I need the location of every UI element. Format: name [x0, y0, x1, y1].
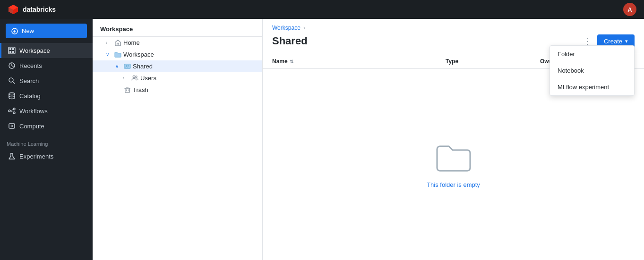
- tree-item-users[interactable]: › Users: [93, 72, 262, 84]
- recents-icon: [8, 62, 16, 69]
- databricks-logo-icon: [8, 4, 19, 15]
- dropdown-item-folder[interactable]: Folder: [550, 46, 634, 62]
- column-type: Type: [446, 58, 540, 65]
- tree-item-shared[interactable]: ∨ Shared: [93, 60, 262, 72]
- page-title: Shared: [272, 35, 308, 47]
- tree-trash-label: Trash: [133, 86, 148, 93]
- sidebar-workflows-label: Workflows: [19, 108, 48, 115]
- brand-logo: databricks: [8, 4, 56, 15]
- dropdown-menu: Folder Notebook MLflow experiment: [550, 45, 635, 96]
- filetree-panel: Workspace › Home ∨ Workspace ∨: [93, 19, 263, 260]
- tree-shared-label: Shared: [133, 63, 153, 70]
- create-label: Create: [604, 38, 622, 45]
- column-name: Name ⇅: [272, 58, 446, 65]
- svg-line-14: [13, 82, 15, 84]
- svg-point-27: [135, 76, 137, 78]
- chevron-right-icon: ›: [106, 40, 112, 45]
- home-icon: [114, 39, 121, 46]
- sidebar-workspace-label: Workspace: [19, 47, 50, 54]
- sidebar-recents-label: Recents: [19, 62, 42, 69]
- filetree-header: Workspace: [93, 19, 262, 37]
- dropdown-item-mlflow[interactable]: MLflow experiment: [550, 79, 634, 95]
- chevron-right-icon-users: ›: [123, 75, 129, 81]
- svg-rect-8: [9, 48, 11, 50]
- sidebar-item-workflows[interactable]: Workflows: [0, 103, 93, 118]
- svg-point-16: [9, 110, 10, 112]
- dropdown-item-notebook[interactable]: Notebook: [550, 62, 634, 79]
- catalog-icon: [8, 92, 16, 100]
- tree-users-label: Users: [140, 75, 156, 82]
- users-icon: [131, 75, 138, 82]
- sidebar: New Workspace Recents Sear: [0, 19, 93, 260]
- topbar: databricks A: [0, 0, 644, 19]
- shared-icon: [124, 63, 131, 70]
- new-button[interactable]: New: [6, 24, 87, 38]
- workspace-icon: [8, 47, 16, 54]
- experiments-icon: [8, 152, 16, 160]
- workflows-icon: [8, 107, 16, 115]
- compute-icon: [8, 122, 16, 130]
- svg-point-25: [128, 65, 129, 67]
- create-chevron-icon: ▾: [625, 38, 628, 44]
- search-nav-icon: [8, 77, 16, 84]
- trash-icon: [124, 86, 131, 93]
- ml-section-label: Machine Learning: [0, 134, 93, 149]
- tree-item-trash[interactable]: Trash: [93, 84, 262, 96]
- sidebar-search-label: Search: [19, 77, 39, 84]
- breadcrumb-workspace[interactable]: Workspace: [272, 25, 301, 31]
- chevron-down-icon-shared: ∨: [115, 64, 122, 69]
- empty-folder-icon: [435, 141, 472, 174]
- svg-point-18: [13, 112, 15, 114]
- folder-workspace-icon: [114, 51, 121, 58]
- tree-workspace-label: Workspace: [123, 51, 154, 58]
- main-content: Workspace › Shared ⋮ Create ▾ Name ⇅: [263, 19, 644, 260]
- sidebar-item-experiments[interactable]: Experiments: [0, 149, 93, 164]
- svg-point-15: [9, 93, 15, 95]
- sidebar-experiments-label: Experiments: [19, 153, 53, 160]
- sidebar-item-workspace[interactable]: Workspace: [0, 43, 93, 58]
- sidebar-compute-label: Compute: [19, 123, 44, 130]
- empty-state: This folder is empty: [263, 69, 644, 260]
- svg-rect-10: [9, 51, 11, 53]
- svg-rect-7: [9, 47, 15, 54]
- tree-item-workspace[interactable]: ∨ Workspace: [93, 49, 262, 60]
- svg-line-20: [10, 111, 13, 112]
- svg-point-21: [11, 125, 13, 127]
- svg-point-17: [13, 108, 15, 110]
- svg-point-24: [126, 65, 127, 67]
- sidebar-item-recents[interactable]: Recents: [0, 58, 93, 73]
- svg-point-26: [133, 75, 135, 78]
- svg-line-19: [10, 109, 13, 111]
- plus-icon: [11, 28, 18, 34]
- tree-item-home[interactable]: › Home: [93, 37, 262, 49]
- user-avatar[interactable]: A: [623, 3, 636, 16]
- brand-name: databricks: [23, 6, 56, 13]
- tree-home-label: Home: [123, 39, 140, 46]
- chevron-down-icon: ∨: [106, 52, 112, 57]
- svg-rect-9: [12, 48, 14, 50]
- sidebar-catalog-label: Catalog: [19, 92, 41, 100]
- svg-rect-23: [124, 64, 130, 68]
- sidebar-item-search[interactable]: Search: [0, 73, 93, 88]
- svg-rect-11: [12, 51, 14, 53]
- main-layout: New Workspace Recents Sear: [0, 19, 644, 260]
- breadcrumb-separator: ›: [303, 25, 305, 31]
- breadcrumb: Workspace ›: [272, 25, 635, 31]
- empty-message: This folder is empty: [427, 181, 480, 188]
- sidebar-item-catalog[interactable]: Catalog: [0, 88, 93, 103]
- sort-icon[interactable]: ⇅: [290, 59, 293, 64]
- sidebar-item-compute[interactable]: Compute: [0, 118, 93, 134]
